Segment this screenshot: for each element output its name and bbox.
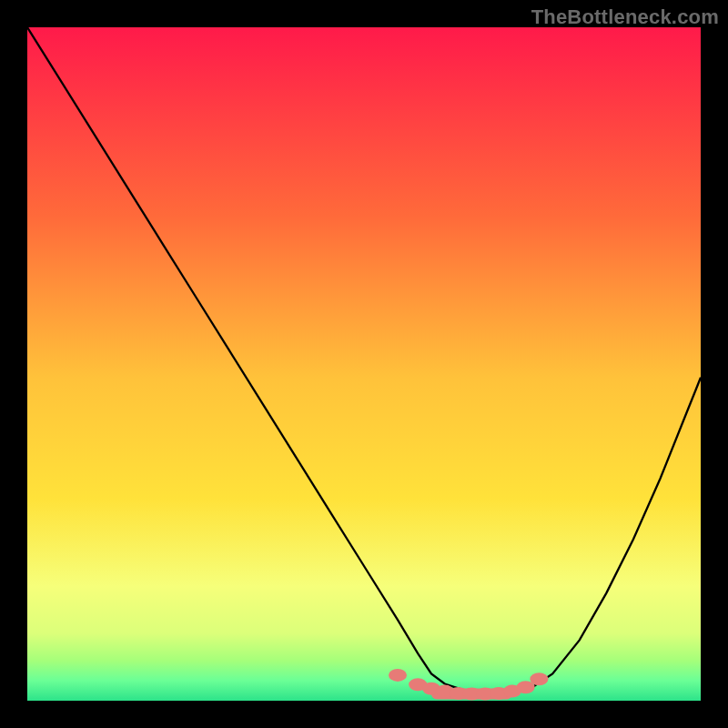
bottleneck-curve-svg <box>27 27 701 701</box>
optimal-marker <box>530 672 548 685</box>
optimal-marker <box>389 669 407 682</box>
optimal-zone-markers <box>389 669 548 701</box>
chart-frame: TheBottleneck.com <box>0 0 728 728</box>
bottleneck-curve <box>27 27 701 694</box>
watermark-text: TheBottleneck.com <box>531 5 719 29</box>
plot-area <box>27 27 701 701</box>
